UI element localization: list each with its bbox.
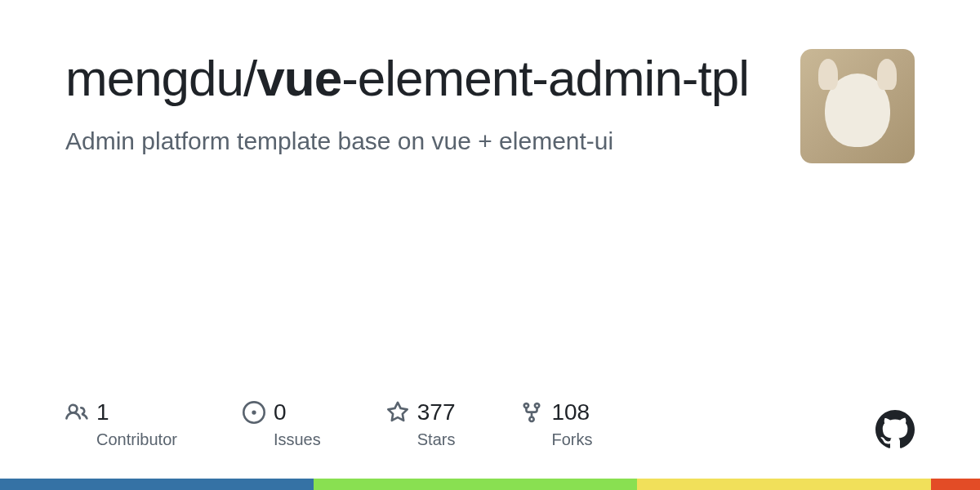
issue-icon [243,401,265,424]
issues-value: 0 [274,399,287,425]
repo-description: Admin platform template base on vue + el… [65,125,768,157]
star-icon [386,401,409,424]
repo-separator: / [243,50,256,106]
repo-title: mengdu/vue-element-admin-tpl [65,49,768,107]
people-icon [65,401,88,424]
repo-owner[interactable]: mengdu [65,50,243,106]
forks-label: Forks [551,430,592,449]
fork-icon [520,401,543,424]
repo-name-bold[interactable]: vue [256,50,341,106]
github-logo-icon[interactable] [875,410,915,449]
forks-value: 108 [551,399,590,425]
stat-stars[interactable]: 377 Stars [386,399,456,449]
stars-label: Stars [417,430,456,449]
language-segment [637,479,931,490]
language-segment [931,479,980,490]
contributors-value: 1 [96,399,109,425]
stat-contributors[interactable]: 1 Contributor [65,399,177,449]
stat-forks[interactable]: 108 Forks [520,399,592,449]
avatar[interactable] [800,49,915,163]
language-segment [314,479,637,490]
contributors-label: Contributor [96,430,177,449]
stat-issues[interactable]: 0 Issues [243,399,321,449]
stats-list: 1 Contributor 0 Issues 377 Stars [65,399,592,449]
repo-name-rest[interactable]: -element-admin-tpl [341,50,749,106]
language-bar [0,479,980,490]
stars-value: 377 [417,399,456,425]
issues-label: Issues [274,430,321,449]
language-segment [0,479,314,490]
